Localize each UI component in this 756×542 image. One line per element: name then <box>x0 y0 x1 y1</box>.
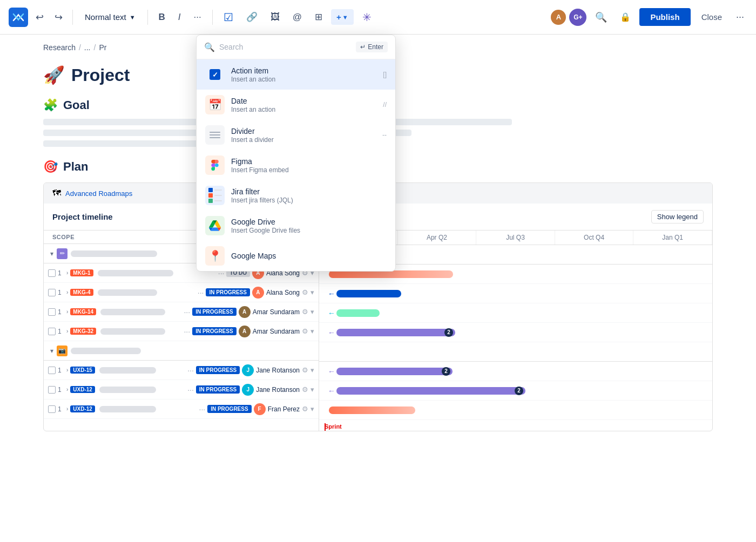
text-style-label: Normal text <box>85 12 126 22</box>
status-badge: IN PROGRESS <box>196 366 240 374</box>
more-options-button[interactable]: ··· <box>733 8 747 26</box>
row-chevron[interactable]: › <box>66 387 68 392</box>
expand-icon[interactable]: ▾ <box>310 405 314 413</box>
action-item-icon <box>205 65 225 84</box>
text-style-button[interactable]: Normal text ▼ <box>79 9 141 25</box>
expand-icon[interactable]: ▾ <box>310 385 314 394</box>
plan-label[interactable]: Plan <box>63 160 88 174</box>
confluence-logo[interactable] <box>9 8 28 27</box>
row-chevron[interactable]: › <box>66 289 68 295</box>
timeline-col-q3: Jul Q3 <box>476 231 555 245</box>
lock-button[interactable]: 🔒 <box>616 8 635 26</box>
more-formatting-button[interactable]: ··· <box>190 9 206 26</box>
row-chevron[interactable]: › <box>66 309 68 315</box>
row-chevron[interactable]: › <box>66 270 68 276</box>
gear-icon[interactable]: ⚙ <box>302 405 308 413</box>
row-checkbox[interactable] <box>48 308 56 316</box>
list-item[interactable]: 📍 Google Maps <box>197 241 395 271</box>
more-icon[interactable]: ··· <box>187 366 194 375</box>
table-button[interactable]: ⊞ <box>310 8 327 26</box>
goal-label[interactable]: Goal <box>63 98 90 112</box>
link-button[interactable]: 🔗 <box>242 8 262 26</box>
search-input[interactable] <box>219 43 352 51</box>
list-item[interactable]: Action item Insert an action [] <box>197 59 395 90</box>
item-name: Jira filter <box>231 187 387 196</box>
ai-button[interactable]: ✳ <box>358 8 376 27</box>
insert-button[interactable]: + ▼ <box>331 9 354 25</box>
list-item[interactable]: Jira filter Insert jira filters (JQL) <box>197 180 395 211</box>
timeline-bar <box>336 309 380 317</box>
gmaps-icon-wrap: 📍 <box>205 246 225 266</box>
timeline-row: ← <box>319 284 712 303</box>
row-checkbox[interactable] <box>48 386 56 394</box>
expand-icon[interactable]: ▾ <box>310 288 314 296</box>
row-num: 1 <box>58 405 64 413</box>
list-item[interactable]: Divider Insert a divider -- <box>197 120 395 150</box>
figma-icon <box>210 160 220 171</box>
list-item[interactable]: Figma Insert Figma embed <box>197 150 395 180</box>
row-checkbox[interactable] <box>48 269 56 277</box>
breadcrumb-current[interactable]: Pr <box>99 43 106 52</box>
gear-icon[interactable]: ⚙ <box>302 366 308 374</box>
row-num: 1 <box>58 308 64 316</box>
row-checkbox[interactable] <box>48 405 56 413</box>
assignee-name: Fran Perez <box>268 405 300 413</box>
checkbox-icon <box>210 69 220 80</box>
checkbox-button[interactable]: ☑ <box>219 8 238 27</box>
arrow-icon: ← <box>328 387 335 395</box>
item-desc: Insert Figma embed <box>231 166 387 174</box>
arrow-icon: ← <box>328 367 335 376</box>
italic-button[interactable]: I <box>174 9 185 26</box>
more-icon[interactable]: ··· <box>184 308 190 316</box>
more-icon[interactable]: ··· <box>198 288 204 297</box>
dropdown-list: Action item Insert an action [] 📅 Date I… <box>197 59 395 271</box>
expand-icon[interactable]: ▾ <box>310 327 314 335</box>
row-chevron[interactable]: › <box>66 367 68 373</box>
row-desc-bar <box>100 309 165 315</box>
list-item[interactable]: Google Drive Insert Google Drive files <box>197 211 395 241</box>
search-button[interactable]: 🔍 <box>591 7 611 28</box>
table-row: 1 › MKG-4 ··· IN PROGRESS A Alana Song ⚙… <box>44 283 319 302</box>
row-checkbox[interactable] <box>48 328 56 335</box>
item-desc: Insert a divider <box>231 136 376 144</box>
row-chevron[interactable]: › <box>66 406 68 412</box>
avatar-add[interactable]: G+ <box>569 9 586 26</box>
expand-icon[interactable]: ▾ <box>310 308 314 316</box>
gear-icon[interactable]: ⚙ <box>302 327 308 335</box>
mention-button[interactable]: @ <box>288 9 306 26</box>
row-checkbox[interactable] <box>48 367 56 374</box>
close-button[interactable]: Close <box>695 8 728 26</box>
item-desc: Insert jira filters (JQL) <box>231 197 387 204</box>
undo-button[interactable]: ↩ <box>32 8 47 26</box>
show-legend-button[interactable]: Show legend <box>651 210 704 223</box>
breadcrumb-ellipsis[interactable]: ... <box>84 43 91 52</box>
row-checkbox[interactable] <box>48 289 56 296</box>
assignee-name: Jane Rotanson <box>256 367 300 374</box>
item-text-divider: Divider Insert a divider <box>231 127 376 144</box>
item-name: Figma <box>231 157 387 166</box>
gear-icon[interactable]: ⚙ <box>302 385 308 394</box>
list-item[interactable]: 📅 Date Insert an action // <box>197 90 395 120</box>
row-chevron[interactable]: › <box>66 328 68 334</box>
more-icon[interactable]: ··· <box>184 327 190 336</box>
redo-button[interactable]: ↪ <box>51 8 66 26</box>
gear-icon[interactable]: ⚙ <box>302 308 308 316</box>
timeline-row: ← 2 <box>319 323 712 342</box>
breadcrumb-research[interactable]: Research <box>43 43 76 52</box>
more-icon[interactable]: ··· <box>199 405 206 414</box>
bold-button[interactable]: B <box>154 9 170 26</box>
uxd-badge: UXD-12 <box>70 386 95 393</box>
more-icon[interactable]: ··· <box>187 385 194 394</box>
item-text-gmaps: Google Maps <box>231 252 387 261</box>
publish-button[interactable]: Publish <box>639 8 690 26</box>
expand-icon[interactable]: ▾ <box>310 366 314 374</box>
gear-icon[interactable]: ⚙ <box>302 288 308 296</box>
image-button[interactable]: 🖼 <box>266 9 284 26</box>
assignee-avatar: A <box>252 287 264 299</box>
status-badge: IN PROGRESS <box>207 405 251 413</box>
sprint-label: Sprint <box>325 423 342 430</box>
row-desc-bar <box>98 289 157 296</box>
title-text[interactable]: Project <box>71 65 130 85</box>
jira-icon <box>208 188 222 203</box>
chevron-down-icon: ▼ <box>130 14 136 21</box>
